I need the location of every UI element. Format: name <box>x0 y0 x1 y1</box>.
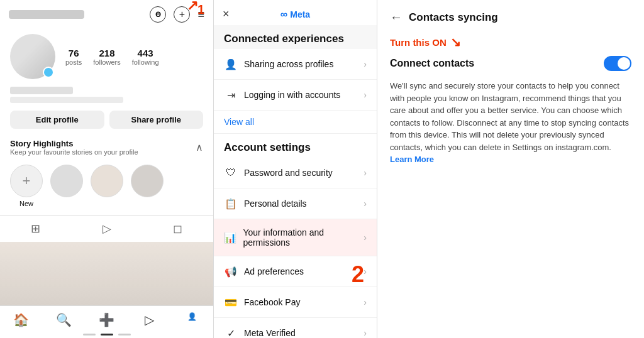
threads-icon[interactable]: ϴ <box>150 6 166 23</box>
ig-bottom-nav: 🏠 🔍 ➕ ▷ 👤 <box>0 305 213 331</box>
ig-highlight-1[interactable] <box>50 165 83 207</box>
ce-information-left: 📊 Your information and permissions <box>224 227 364 248</box>
ig-highlight-2-icon <box>91 165 123 197</box>
ig-nav-profile[interactable]: 👤 <box>170 312 213 327</box>
ce-information-label: Your information and permissions <box>243 227 364 248</box>
ce-adprefs-item[interactable]: 📢 Ad preferences › <box>214 256 377 287</box>
ig-highlight-3-icon <box>131 165 164 197</box>
ig-top-bar: ϴ + ≡ ↗ 1 <box>0 0 213 29</box>
ig-tab-reels[interactable]: ▷ <box>71 219 142 238</box>
ce-sharing-left: 👤 Sharing across profiles <box>224 57 333 71</box>
highlights-chevron-icon[interactable]: ∧ <box>196 141 203 153</box>
ce-information-item[interactable]: 📊 Your information and permissions › <box>214 219 377 256</box>
ig-stat-followers: 218 followers <box>93 48 120 66</box>
ig-highlight-new[interactable]: + New <box>10 165 43 207</box>
ig-highlight-2[interactable] <box>91 165 123 207</box>
shield-icon: 🛡 <box>224 166 238 180</box>
ig-nav-create[interactable]: ➕ <box>86 312 128 327</box>
ce-header: × ∞ Meta <box>214 0 377 25</box>
ig-name-blur <box>10 87 73 94</box>
ce-logging-left: ⇥ Logging in with accounts <box>224 88 340 102</box>
meta-label: Meta <box>290 9 310 19</box>
ig-profile-section: 76 posts 218 followers 443 following <box>0 29 213 87</box>
cs-description: We'll sync and securely store your conta… <box>390 80 631 166</box>
cs-header: ← Contacts syncing <box>390 10 631 25</box>
cs-toggle[interactable] <box>604 56 631 71</box>
ce-section2-title: Account settings <box>214 134 377 158</box>
meta-logo: ∞ Meta <box>280 9 310 20</box>
back-icon[interactable]: ← <box>390 10 402 25</box>
add-icon[interactable]: + <box>174 6 190 23</box>
ig-username <box>9 10 84 19</box>
connected-experiences-panel: × ∞ Meta Connected experiences 👤 Sharing… <box>214 0 377 338</box>
cs-learn-more-link[interactable]: Learn More <box>390 155 434 164</box>
ig-nav-search[interactable]: 🔍 <box>43 312 86 327</box>
ce-adprefs-label: Ad preferences <box>244 266 304 276</box>
cs-annotation-row: Turn this ON ↘ <box>390 35 631 50</box>
ce-fbpay-label: Facebook Pay <box>244 297 301 307</box>
ig-top-icons: ϴ + ≡ <box>150 6 204 23</box>
ig-avatar <box>10 34 55 79</box>
ce-sharing-label: Sharing across profiles <box>244 59 333 69</box>
share-profile-button[interactable]: Share profile <box>109 111 204 129</box>
ig-highlight-3[interactable] <box>131 165 164 207</box>
ce-logging-label: Logging in with accounts <box>244 90 340 100</box>
ig-nav-home[interactable]: 🏠 <box>0 312 43 327</box>
ig-tab-bar: ⊞ ▷ ◻ <box>0 215 213 242</box>
ig-tab-tagged[interactable]: ◻ <box>142 219 213 238</box>
ce-logging-in-item[interactable]: ⇥ Logging in with accounts › <box>214 80 377 111</box>
ig-highlights-header: Story Highlights Keep your favourite sto… <box>0 136 213 160</box>
personal-chevron-icon: › <box>364 199 367 209</box>
ig-bio-blur <box>10 97 123 103</box>
ig-highlights-title: Story Highlights <box>10 139 138 148</box>
ig-photo-grid <box>0 242 213 305</box>
ig-avatar-dot <box>43 67 54 78</box>
close-icon[interactable]: × <box>223 8 230 21</box>
ig-highlight-add-icon[interactable]: + <box>10 165 43 197</box>
login-icon: ⇥ <box>224 88 238 102</box>
ce-metaverified-item[interactable]: ✓ Meta Verified › <box>214 318 377 338</box>
ig-action-buttons: Edit profile Share profile <box>0 111 213 136</box>
ig-highlight-new-label: New <box>19 200 33 207</box>
ig-nav-dot-3 <box>118 334 131 335</box>
ce-personal-item[interactable]: 📋 Personal details › <box>214 188 377 219</box>
password-chevron-icon: › <box>364 168 367 178</box>
ig-highlight-1-icon <box>50 165 83 197</box>
ig-tab-grid[interactable]: ⊞ <box>0 219 71 238</box>
ce-section1-title: Connected experiences <box>214 25 377 49</box>
ig-stat-posts: 76 posts <box>65 48 82 66</box>
ig-followers-count: 218 <box>99 48 114 58</box>
ig-nav-reels[interactable]: ▷ <box>128 312 170 327</box>
fbpay-icon: 💳 <box>224 295 238 309</box>
ig-highlights-row: + New <box>0 160 213 215</box>
sharing-icon: 👤 <box>224 57 238 71</box>
sharing-chevron-icon: › <box>364 59 367 69</box>
ce-sharing-profiles-item[interactable]: 👤 Sharing across profiles › <box>214 49 377 80</box>
adprefs-icon: 📢 <box>224 264 238 278</box>
adprefs-chevron-icon: › <box>364 266 367 276</box>
ce-personal-left: 📋 Personal details <box>224 197 307 210</box>
ce-metaverified-label: Meta Verified <box>244 328 296 338</box>
ce-fbpay-item[interactable]: 💳 Facebook Pay › <box>214 287 377 318</box>
ig-stats: 76 posts 218 followers 443 following <box>65 48 159 66</box>
ce-password-item[interactable]: 🛡 Password and security › <box>214 158 377 188</box>
ce-adprefs-left: 📢 Ad preferences <box>224 264 304 278</box>
cs-connect-label: Connect contacts <box>390 58 474 69</box>
menu-icon[interactable]: ≡ <box>197 8 204 21</box>
ig-posts-label: posts <box>65 58 82 66</box>
ig-followers-label: followers <box>93 58 120 66</box>
logging-chevron-icon: › <box>364 90 367 100</box>
cs-arrow-icon: ↘ <box>450 35 461 50</box>
personal-icon: 📋 <box>224 197 238 210</box>
contacts-syncing-panel: ← Contacts syncing Turn this ON ↘ Connec… <box>377 0 644 338</box>
instagram-panel: ϴ + ≡ ↗ 1 76 posts 218 followers 44 <box>0 0 214 338</box>
ce-view-all-link[interactable]: View all <box>214 111 377 134</box>
metaverified-icon: ✓ <box>224 326 238 338</box>
ce-password-label: Password and security <box>244 168 333 178</box>
ig-nav-dot-2 <box>101 334 113 335</box>
ig-highlights-info: Story Highlights Keep your favourite sto… <box>10 139 138 156</box>
fbpay-chevron-icon: › <box>364 297 367 307</box>
ig-following-count: 443 <box>138 48 153 58</box>
edit-profile-button[interactable]: Edit profile <box>10 111 104 129</box>
cs-turn-on-text: Turn this ON <box>390 37 447 48</box>
